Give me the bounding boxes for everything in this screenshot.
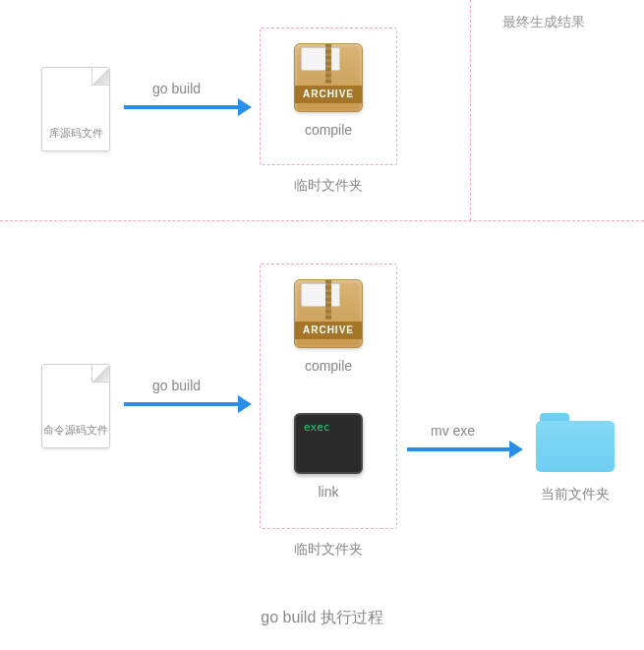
- go-build-arrow-top: [124, 102, 252, 112]
- temp-folder-label-top: 临时文件夹: [279, 177, 378, 195]
- command-source-file-label: 命令源码文件: [42, 423, 109, 438]
- vertical-divider: [470, 0, 471, 220]
- go-build-arrow-top-label: go build: [152, 81, 201, 96]
- compile-caption-top: compile: [294, 122, 363, 138]
- command-source-file-icon: 命令源码文件: [41, 364, 110, 448]
- compile-caption-bottom: compile: [294, 358, 363, 374]
- terminal-exec-icon: exec: [294, 413, 363, 474]
- library-source-file-icon: 库源码文件: [41, 67, 110, 151]
- library-source-file-label: 库源码文件: [42, 126, 109, 141]
- mv-exe-arrow-label: mv exe: [431, 423, 475, 439]
- go-build-arrow-bottom-label: go build: [152, 378, 201, 393]
- diagram-title: go build 执行过程: [0, 608, 644, 628]
- exec-text: exec: [304, 421, 330, 434]
- current-folder-icon: [536, 413, 615, 472]
- temp-folder-label-bottom: 临时文件夹: [279, 541, 378, 559]
- current-folder-label: 当前文件夹: [531, 486, 619, 503]
- mv-exe-arrow: [407, 444, 523, 454]
- archive-band-bottom: ARCHIVE: [295, 322, 362, 339]
- archive-icon-top: ARCHIVE: [294, 43, 363, 112]
- horizontal-divider: [0, 220, 644, 221]
- go-build-arrow-bottom: [124, 399, 252, 409]
- final-result-label: 最终生成结果: [502, 14, 585, 31]
- archive-band-top: ARCHIVE: [295, 86, 362, 103]
- link-caption: link: [294, 484, 363, 500]
- archive-icon-bottom: ARCHIVE: [294, 279, 363, 348]
